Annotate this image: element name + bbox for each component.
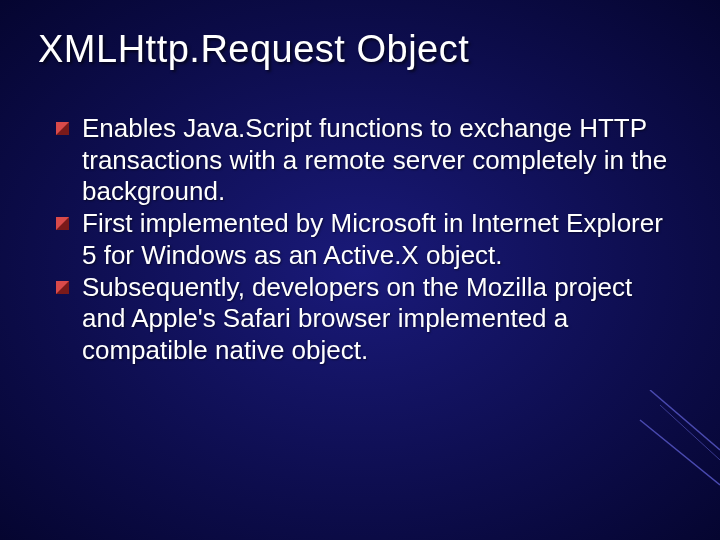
bullet-text: Enables Java.Script functions to exchang… <box>82 113 667 206</box>
svg-line-8 <box>660 405 720 460</box>
bullet-list: Enables Java.Script functions to exchang… <box>38 113 682 367</box>
list-item: Enables Java.Script functions to exchang… <box>56 113 682 208</box>
bullet-square-icon <box>56 281 69 294</box>
bullet-text: First implemented by Microsoft in Intern… <box>82 208 663 270</box>
list-item: First implemented by Microsoft in Intern… <box>56 208 682 271</box>
list-item: Subsequently, developers on the Mozilla … <box>56 272 682 367</box>
slide-title: XMLHttp.Request Object <box>38 28 682 71</box>
slide: XMLHttp.Request Object Enables Java.Scri… <box>0 0 720 540</box>
svg-line-6 <box>650 390 720 450</box>
bullet-square-icon <box>56 122 69 135</box>
bullet-text: Subsequently, developers on the Mozilla … <box>82 272 632 365</box>
svg-line-7 <box>640 420 720 485</box>
bullet-square-icon <box>56 217 69 230</box>
decorative-lines <box>630 390 720 510</box>
